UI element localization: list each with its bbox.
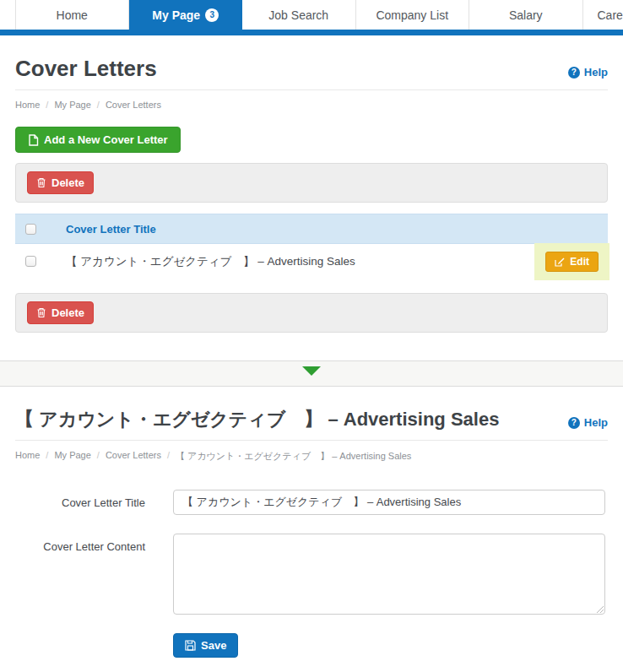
content-form-row: Cover Letter Content — [15, 534, 608, 615]
detail-page-title: 【 アカウント・エグゼクティブ 】 – Advertising Sales — [15, 407, 499, 432]
help-link-detail[interactable]: ? Help — [568, 416, 608, 429]
section-separator — [0, 360, 623, 387]
nav-accent-bar — [0, 30, 623, 35]
help-label-detail: Help — [584, 416, 608, 429]
edit-button[interactable]: Edit — [545, 252, 599, 272]
notification-badge: 3 — [205, 8, 219, 22]
help-label: Help — [584, 66, 608, 79]
select-all-checkbox[interactable] — [25, 224, 36, 235]
edit-pencil-icon — [555, 257, 565, 267]
add-cover-letter-button[interactable]: Add a New Cover Letter — [15, 127, 181, 153]
breadcrumb-cover-letters: Cover Letters — [106, 100, 161, 110]
title-form-row: Cover Letter Title — [15, 490, 608, 515]
tab-home-label: Home — [57, 8, 88, 22]
cover-letter-form: Cover Letter Title Cover Letter Content … — [15, 490, 608, 658]
cover-letter-title-cell: 【 アカウント・エグゼクティブ 】 – Advertising Sales — [66, 254, 355, 269]
trash-icon — [36, 177, 46, 188]
tab-company-list-label: Company List — [376, 8, 448, 22]
detail-section-header: 【 アカウント・エグゼクティブ 】 – Advertising Sales ? … — [15, 387, 608, 441]
green-down-arrow-icon — [302, 366, 321, 376]
tab-job-search-label: Job Search — [268, 8, 328, 22]
delete-button-label: Delete — [51, 176, 84, 189]
row-checkbox-cell — [15, 256, 66, 267]
breadcrumb-my-page[interactable]: My Page — [54, 100, 99, 110]
cover-letter-content-textarea[interactable] — [173, 534, 605, 615]
breadcrumb-cover-letters[interactable]: Cover Letters — [106, 450, 170, 463]
tab-company-list[interactable]: Company List — [356, 0, 470, 30]
breadcrumb-home[interactable]: Home — [15, 100, 48, 110]
question-circle-icon: ? — [568, 67, 580, 79]
breadcrumb-home[interactable]: Home — [15, 450, 48, 463]
save-floppy-icon — [185, 640, 196, 651]
page-title: Cover Letters — [15, 56, 157, 82]
delete-button-top[interactable]: Delete — [27, 171, 94, 194]
top-navigation: Home My Page 3 Job Search Company List S… — [0, 0, 623, 30]
trash-icon — [36, 307, 46, 318]
row-checkbox[interactable] — [25, 256, 36, 267]
save-button[interactable]: Save — [173, 633, 238, 658]
title-field-label: Cover Letter Title — [15, 490, 145, 515]
tab-job-search[interactable]: Job Search — [242, 0, 356, 30]
tab-my-page-label: My Page — [152, 8, 200, 22]
tab-my-page[interactable]: My Page 3 — [129, 0, 243, 30]
tab-salary-label: Salary — [509, 8, 543, 22]
tab-career-label: Care — [598, 8, 623, 22]
tab-home[interactable]: Home — [15, 0, 129, 30]
edit-button-highlight: Edit — [534, 243, 609, 280]
tab-salary[interactable]: Salary — [469, 0, 583, 30]
delete-toolbar-top: Delete — [15, 163, 608, 203]
delete-toolbar-bottom: Delete — [15, 293, 608, 333]
breadcrumb: Home My Page Cover Letters — [15, 100, 608, 110]
breadcrumb-detail: Home My Page Cover Letters 【 アカウント・エグゼクテ… — [15, 450, 608, 463]
cover-letters-table: Cover Letter Title 【 アカウント・エグゼクティブ 】 – A… — [15, 214, 608, 279]
cover-letter-title-input[interactable] — [173, 490, 605, 515]
table-header-row: Cover Letter Title — [15, 214, 608, 244]
column-header-title: Cover Letter Title — [66, 223, 156, 236]
help-link[interactable]: ? Help — [568, 66, 608, 79]
new-file-icon — [28, 134, 39, 146]
content-field-label: Cover Letter Content — [15, 534, 145, 615]
question-circle-icon: ? — [568, 417, 580, 429]
breadcrumb-current-letter: 【 アカウント・エグゼクティブ 】 – Advertising Sales — [176, 450, 411, 463]
add-button-label: Add a New Cover Letter — [44, 133, 168, 146]
delete-button-bottom[interactable]: Delete — [27, 301, 94, 324]
breadcrumb-my-page[interactable]: My Page — [54, 450, 99, 463]
edit-button-label: Edit — [570, 256, 589, 268]
table-row: 【 アカウント・エグゼクティブ 】 – Advertising Sales Ed… — [15, 244, 608, 279]
select-all-cell — [15, 224, 66, 235]
save-button-label: Save — [201, 639, 226, 652]
delete-button-label: Delete — [51, 306, 84, 319]
tab-career[interactable]: Care — [583, 0, 623, 30]
list-section-header: Cover Letters ? Help — [15, 35, 608, 90]
